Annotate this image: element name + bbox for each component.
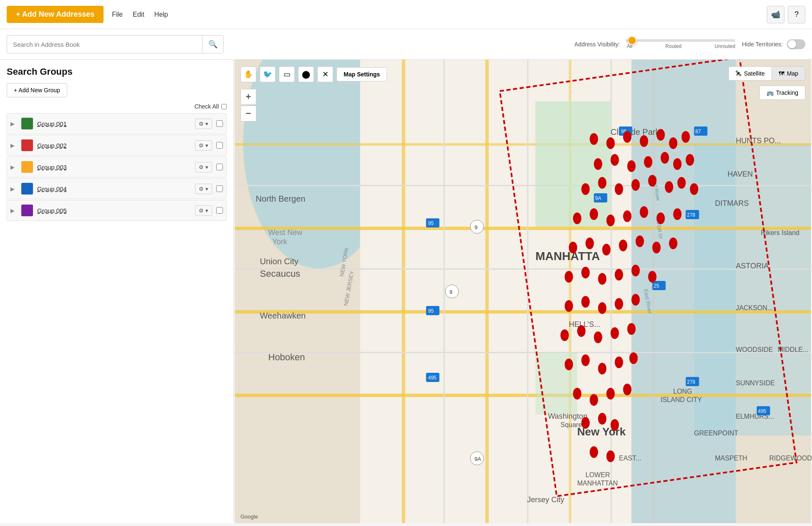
map-view-button[interactable]: 🗺 Map (772, 67, 805, 80)
svg-point-131 (598, 302, 607, 314)
svg-point-145 (590, 394, 598, 406)
svg-point-128 (648, 271, 657, 283)
svg-point-149 (598, 413, 607, 425)
svg-text:9: 9 (450, 289, 453, 295)
group-name[interactable]: Group 001 (37, 120, 191, 127)
add-group-button[interactable]: + Add New Group (7, 83, 67, 97)
zoom-out-button[interactable]: − (240, 106, 256, 121)
svg-rect-8 (235, 143, 811, 146)
svg-text:9: 9 (475, 224, 478, 230)
search-button[interactable]: 🔍 (202, 35, 223, 53)
group-item[interactable]: ▶ Group 003 ⚙ ▾ (7, 157, 227, 177)
svg-point-139 (565, 359, 573, 370)
svg-rect-5 (235, 227, 811, 230)
rectangle-tool-button[interactable]: ▭ (279, 66, 295, 82)
svg-point-117 (586, 238, 594, 249)
menu-edit[interactable]: Edit (133, 11, 144, 18)
svg-rect-15 (235, 352, 811, 353)
group-item[interactable]: ▶ Group 004 ⚙ ▾ (7, 178, 227, 199)
svg-text:JACKSON...: JACKSON... (736, 304, 773, 311)
svg-point-130 (582, 296, 590, 308)
group-color-swatch (21, 183, 33, 195)
svg-rect-7 (235, 394, 811, 397)
menu-file[interactable]: File (112, 11, 123, 18)
tracking-icon: 🚌 (766, 89, 774, 96)
svg-text:DITMARS: DITMARS (715, 199, 749, 207)
visibility-slider-track[interactable] (627, 39, 735, 42)
svg-text:Square: Square (561, 421, 582, 428)
svg-point-144 (573, 388, 582, 400)
svg-point-119 (619, 240, 627, 251)
group-name[interactable]: Group 004 (37, 185, 191, 192)
svg-point-150 (611, 419, 619, 431)
group-checkbox[interactable] (216, 164, 223, 170)
pan-tool-button[interactable]: ✋ (240, 66, 256, 82)
svg-point-133 (632, 294, 640, 306)
main-layout: Search Groups + Add New Group Check All … (0, 60, 812, 523)
svg-point-118 (602, 244, 611, 255)
group-item[interactable]: ▶ Group 002 ⚙ ▾ (7, 135, 227, 156)
camera-icon-button[interactable]: 📹 (767, 6, 784, 23)
group-name[interactable]: Group 002 (37, 142, 191, 149)
svg-point-115 (673, 208, 682, 220)
group-gear-button[interactable]: ⚙ ▾ (195, 119, 212, 129)
territory-section: Hide Territories: (742, 39, 805, 49)
svg-point-110 (590, 208, 598, 220)
group-name[interactable]: Group 005 (37, 207, 191, 214)
group-checkbox[interactable] (216, 142, 223, 149)
svg-text:Jersey City: Jersey City (527, 496, 564, 504)
svg-point-91 (657, 129, 665, 141)
svg-point-127 (632, 265, 640, 276)
group-checkbox[interactable] (216, 120, 223, 127)
close-tool-button[interactable]: ✕ (317, 66, 333, 82)
svg-point-90 (640, 135, 648, 147)
svg-point-141 (598, 363, 607, 374)
svg-point-138 (627, 323, 636, 335)
tracking-button[interactable]: 🚌 Tracking (759, 86, 805, 100)
zoom-in-button[interactable]: + (240, 89, 256, 105)
svg-point-125 (598, 273, 607, 285)
svg-point-142 (615, 357, 623, 368)
group-gear-button[interactable]: ⚙ ▾ (195, 184, 212, 194)
menu-help[interactable]: Help (154, 11, 168, 18)
group-gear-button[interactable]: ⚙ ▾ (195, 140, 212, 151)
svg-point-103 (615, 183, 623, 195)
svg-text:EAST...: EAST... (619, 455, 641, 462)
hide-territories-toggle[interactable] (787, 39, 805, 49)
svg-text:LOWER: LOWER (586, 471, 610, 478)
svg-text:North Bergen: North Bergen (256, 194, 306, 203)
map-toolbar: ✋ 🐦 ▭ ⬤ ✕ Map Settings (240, 66, 387, 82)
svg-text:95: 95 (428, 220, 434, 226)
group-gear-button[interactable]: ⚙ ▾ (195, 205, 212, 216)
group-name[interactable]: Group 003 (37, 164, 191, 171)
svg-point-93 (682, 131, 690, 143)
help-icon-button[interactable]: ? (788, 6, 805, 23)
circle-tool-button[interactable]: ⬤ (298, 66, 314, 82)
group-color-swatch (21, 118, 33, 129)
group-color-swatch (21, 205, 33, 216)
svg-point-107 (678, 177, 686, 189)
check-all-checkbox[interactable] (221, 104, 227, 109)
map-settings-button[interactable]: Map Settings (336, 67, 387, 81)
add-new-button[interactable]: + Add New Addresses (7, 6, 104, 23)
group-color-swatch (21, 161, 33, 173)
slider-labels: All Routed Unrouted (627, 43, 735, 49)
svg-text:WOODSIDE: WOODSIDE (736, 346, 773, 353)
group-item[interactable]: ▶ Group 005 ⚙ ▾ (7, 200, 227, 221)
svg-point-109 (573, 212, 582, 224)
group-checkbox[interactable] (216, 207, 223, 214)
sidebar-title: Search Groups (7, 66, 227, 77)
svg-text:25: 25 (654, 283, 660, 289)
slider-label-routed: Routed (665, 43, 682, 49)
slider-label-unrouted: Unrouted (715, 43, 735, 49)
group-gear-button[interactable]: ⚙ ▾ (195, 162, 212, 172)
map-area: Secaucus Hoboken North Bergen West New Y… (234, 60, 812, 523)
group-checkbox[interactable] (216, 185, 223, 192)
satellite-button[interactable]: 🛰 Satellite (729, 67, 772, 80)
group-item[interactable]: ▶ Group 001 ⚙ ▾ (7, 113, 227, 134)
top-bar: + Add New Addresses File Edit Help 📹 ? (0, 0, 812, 29)
select-tool-button[interactable]: 🐦 (260, 66, 276, 82)
svg-text:MANHATTAN: MANHATTAN (577, 480, 618, 487)
search-input[interactable] (7, 37, 202, 52)
svg-text:York: York (273, 238, 288, 246)
